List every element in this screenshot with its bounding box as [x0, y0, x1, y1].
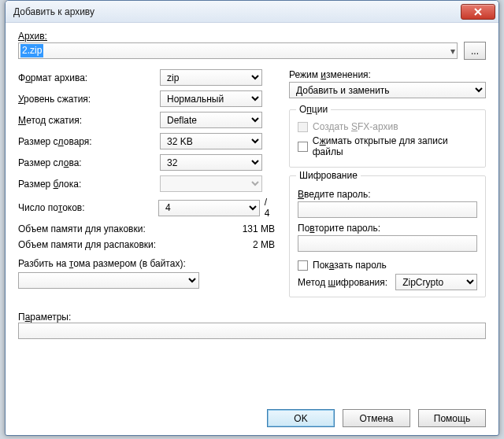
show-password-checkbox[interactable] — [298, 260, 308, 271]
threads-label: Число потоков: — [18, 202, 158, 213]
archive-label: Архив: — [18, 31, 486, 42]
dict-select[interactable]: 32 KB — [160, 133, 262, 149]
sfx-checkbox — [298, 122, 308, 132]
mem-pack-label: Объем памяти для упаковки: — [18, 223, 228, 234]
archive-path-value: 2.zip — [20, 44, 43, 57]
button-bar: OK Отмена Помощь — [267, 409, 486, 427]
enc-method-label: Метод шифрования: — [298, 277, 387, 288]
params-label: Параметры: — [18, 312, 486, 323]
mem-unpack-label: Объем памяти для распаковки: — [18, 239, 228, 250]
threads-select[interactable]: 4 — [158, 200, 260, 216]
params-input[interactable] — [18, 323, 486, 339]
dialog-window: Добавить к архиву Архив: 2.zip ▾ ... Фор… — [5, 0, 499, 436]
threads-max: / 4 — [265, 197, 275, 219]
browse-button[interactable]: ... — [464, 42, 486, 60]
left-column: Формат архива: zip Уровень сжатия: Норма… — [18, 69, 275, 305]
help-button[interactable]: Помощь — [418, 409, 486, 427]
block-select — [160, 175, 262, 192]
mem-unpack-value: 2 MB — [228, 239, 275, 250]
show-password-label: Показать пароль — [313, 260, 387, 271]
update-mode-label: Режим изменения: — [289, 69, 486, 80]
encryption-group: Шифрование Введите пароль: Повторите пар… — [289, 175, 486, 297]
archive-label-text: Архив: — [18, 31, 47, 42]
split-label: Разбить на тома размером (в байтах): — [18, 258, 275, 269]
split-combo[interactable] — [18, 272, 199, 289]
mem-pack-value: 131 MB — [228, 223, 275, 234]
close-icon — [474, 8, 482, 16]
word-label: Размер слова: — [18, 157, 160, 168]
cancel-button[interactable]: Отмена — [343, 409, 410, 427]
dialog-body: Архив: 2.zip ▾ ... Формат архива: zip Ур… — [6, 23, 498, 349]
level-label: Уровень сжатия: — [18, 94, 160, 105]
format-label: Формат архива: — [18, 72, 160, 83]
browse-button-label: ... — [471, 46, 479, 57]
window-title: Добавить к архиву — [13, 6, 461, 17]
close-button[interactable] — [461, 4, 495, 20]
dict-label: Размер словаря: — [18, 136, 160, 147]
method-label: Метод сжатия: — [18, 115, 160, 126]
archive-path-combo[interactable]: 2.zip ▾ — [18, 42, 458, 59]
word-select[interactable]: 32 — [160, 154, 262, 171]
level-select[interactable]: Нормальный — [160, 90, 262, 107]
ok-button-label: OK — [294, 413, 307, 424]
right-column: Режим изменения: Добавить и заменить Опц… — [289, 69, 486, 305]
password-label: Введите пароль: — [298, 189, 477, 200]
ok-button[interactable]: OK — [267, 409, 335, 427]
sfx-label: Создать SFX-архив — [313, 121, 398, 132]
password-input[interactable] — [298, 201, 477, 218]
shared-label: Сжимать открытые для записи файлы — [313, 135, 477, 157]
shared-checkbox[interactable] — [298, 142, 308, 152]
method-select[interactable]: Deflate — [160, 112, 262, 128]
format-select[interactable]: zip — [160, 69, 262, 86]
help-button-label: Помощь — [434, 413, 470, 424]
titlebar[interactable]: Добавить к архиву — [6, 1, 498, 23]
encryption-legend: Шифрование — [296, 170, 361, 181]
options-legend: Опции — [296, 104, 331, 115]
password2-input[interactable] — [298, 235, 477, 252]
cancel-button-label: Отмена — [359, 413, 393, 424]
update-mode-select[interactable]: Добавить и заменить — [289, 82, 486, 98]
block-label: Размер блока: — [18, 179, 160, 190]
options-group: Опции Создать SFX-архив Сжимать открытые… — [289, 109, 486, 168]
enc-method-select[interactable]: ZipCrypto — [395, 274, 477, 290]
password2-label: Повторите пароль: — [298, 223, 477, 234]
chevron-down-icon: ▾ — [450, 46, 455, 57]
